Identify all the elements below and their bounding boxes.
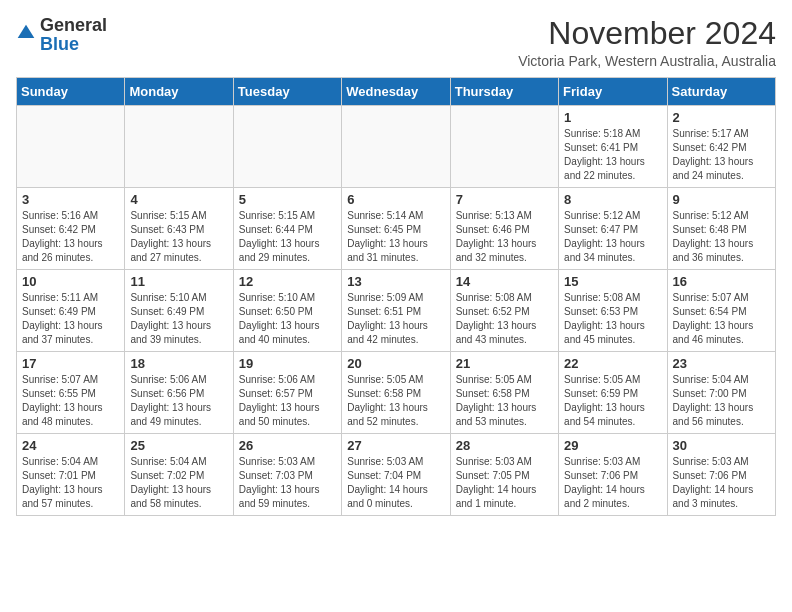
day-number: 28: [456, 438, 553, 453]
day-number: 19: [239, 356, 336, 371]
day-number: 20: [347, 356, 444, 371]
day-number: 16: [673, 274, 770, 289]
calendar-cell: 10Sunrise: 5:11 AM Sunset: 6:49 PM Dayli…: [17, 270, 125, 352]
day-number: 5: [239, 192, 336, 207]
calendar-cell: 12Sunrise: 5:10 AM Sunset: 6:50 PM Dayli…: [233, 270, 341, 352]
logo-general: General: [40, 15, 107, 35]
calendar-cell: 21Sunrise: 5:05 AM Sunset: 6:58 PM Dayli…: [450, 352, 558, 434]
day-info: Sunrise: 5:12 AM Sunset: 6:47 PM Dayligh…: [564, 209, 661, 265]
calendar-cell: 6Sunrise: 5:14 AM Sunset: 6:45 PM Daylig…: [342, 188, 450, 270]
day-number: 1: [564, 110, 661, 125]
day-number: 21: [456, 356, 553, 371]
calendar-cell: 16Sunrise: 5:07 AM Sunset: 6:54 PM Dayli…: [667, 270, 775, 352]
day-info: Sunrise: 5:03 AM Sunset: 7:03 PM Dayligh…: [239, 455, 336, 511]
logo-blue: Blue: [40, 34, 79, 54]
day-info: Sunrise: 5:14 AM Sunset: 6:45 PM Dayligh…: [347, 209, 444, 265]
day-info: Sunrise: 5:06 AM Sunset: 6:57 PM Dayligh…: [239, 373, 336, 429]
calendar-cell: [17, 106, 125, 188]
day-number: 11: [130, 274, 227, 289]
weekday-header-tuesday: Tuesday: [233, 78, 341, 106]
calendar-cell: [125, 106, 233, 188]
day-number: 24: [22, 438, 119, 453]
day-number: 9: [673, 192, 770, 207]
logo-icon: [16, 23, 36, 43]
weekday-header-wednesday: Wednesday: [342, 78, 450, 106]
day-number: 30: [673, 438, 770, 453]
weekday-header-row: SundayMondayTuesdayWednesdayThursdayFrid…: [17, 78, 776, 106]
weekday-header-thursday: Thursday: [450, 78, 558, 106]
calendar-week-3: 10Sunrise: 5:11 AM Sunset: 6:49 PM Dayli…: [17, 270, 776, 352]
day-info: Sunrise: 5:04 AM Sunset: 7:01 PM Dayligh…: [22, 455, 119, 511]
calendar-cell: 22Sunrise: 5:05 AM Sunset: 6:59 PM Dayli…: [559, 352, 667, 434]
day-info: Sunrise: 5:17 AM Sunset: 6:42 PM Dayligh…: [673, 127, 770, 183]
day-info: Sunrise: 5:06 AM Sunset: 6:56 PM Dayligh…: [130, 373, 227, 429]
day-number: 25: [130, 438, 227, 453]
day-info: Sunrise: 5:08 AM Sunset: 6:52 PM Dayligh…: [456, 291, 553, 347]
calendar-cell: 9Sunrise: 5:12 AM Sunset: 6:48 PM Daylig…: [667, 188, 775, 270]
day-info: Sunrise: 5:12 AM Sunset: 6:48 PM Dayligh…: [673, 209, 770, 265]
day-number: 8: [564, 192, 661, 207]
day-info: Sunrise: 5:05 AM Sunset: 6:58 PM Dayligh…: [347, 373, 444, 429]
day-number: 4: [130, 192, 227, 207]
title-area: November 2024 Victoria Park, Western Aus…: [518, 16, 776, 69]
day-number: 15: [564, 274, 661, 289]
day-number: 13: [347, 274, 444, 289]
day-number: 27: [347, 438, 444, 453]
calendar-cell: 24Sunrise: 5:04 AM Sunset: 7:01 PM Dayli…: [17, 434, 125, 516]
calendar-cell: 27Sunrise: 5:03 AM Sunset: 7:04 PM Dayli…: [342, 434, 450, 516]
day-info: Sunrise: 5:04 AM Sunset: 7:02 PM Dayligh…: [130, 455, 227, 511]
weekday-header-sunday: Sunday: [17, 78, 125, 106]
day-info: Sunrise: 5:13 AM Sunset: 6:46 PM Dayligh…: [456, 209, 553, 265]
day-info: Sunrise: 5:07 AM Sunset: 6:55 PM Dayligh…: [22, 373, 119, 429]
calendar-cell: 8Sunrise: 5:12 AM Sunset: 6:47 PM Daylig…: [559, 188, 667, 270]
day-number: 6: [347, 192, 444, 207]
day-number: 22: [564, 356, 661, 371]
calendar-cell: 3Sunrise: 5:16 AM Sunset: 6:42 PM Daylig…: [17, 188, 125, 270]
logo: General Blue: [16, 16, 107, 54]
calendar-week-5: 24Sunrise: 5:04 AM Sunset: 7:01 PM Dayli…: [17, 434, 776, 516]
day-number: 3: [22, 192, 119, 207]
day-number: 2: [673, 110, 770, 125]
day-info: Sunrise: 5:05 AM Sunset: 6:58 PM Dayligh…: [456, 373, 553, 429]
calendar-cell: 7Sunrise: 5:13 AM Sunset: 6:46 PM Daylig…: [450, 188, 558, 270]
calendar-cell: 4Sunrise: 5:15 AM Sunset: 6:43 PM Daylig…: [125, 188, 233, 270]
calendar-week-2: 3Sunrise: 5:16 AM Sunset: 6:42 PM Daylig…: [17, 188, 776, 270]
calendar-cell: 14Sunrise: 5:08 AM Sunset: 6:52 PM Dayli…: [450, 270, 558, 352]
month-title: November 2024: [518, 16, 776, 51]
day-info: Sunrise: 5:10 AM Sunset: 6:49 PM Dayligh…: [130, 291, 227, 347]
day-number: 12: [239, 274, 336, 289]
day-number: 18: [130, 356, 227, 371]
day-number: 17: [22, 356, 119, 371]
weekday-header-monday: Monday: [125, 78, 233, 106]
weekday-header-saturday: Saturday: [667, 78, 775, 106]
calendar-cell: 19Sunrise: 5:06 AM Sunset: 6:57 PM Dayli…: [233, 352, 341, 434]
calendar-cell: [342, 106, 450, 188]
day-info: Sunrise: 5:08 AM Sunset: 6:53 PM Dayligh…: [564, 291, 661, 347]
page-header: General Blue November 2024 Victoria Park…: [16, 16, 776, 69]
calendar-cell: 15Sunrise: 5:08 AM Sunset: 6:53 PM Dayli…: [559, 270, 667, 352]
calendar-cell: 23Sunrise: 5:04 AM Sunset: 7:00 PM Dayli…: [667, 352, 775, 434]
day-number: 7: [456, 192, 553, 207]
calendar-cell: 29Sunrise: 5:03 AM Sunset: 7:06 PM Dayli…: [559, 434, 667, 516]
calendar-cell: 20Sunrise: 5:05 AM Sunset: 6:58 PM Dayli…: [342, 352, 450, 434]
day-info: Sunrise: 5:15 AM Sunset: 6:44 PM Dayligh…: [239, 209, 336, 265]
calendar-cell: 26Sunrise: 5:03 AM Sunset: 7:03 PM Dayli…: [233, 434, 341, 516]
calendar-cell: 18Sunrise: 5:06 AM Sunset: 6:56 PM Dayli…: [125, 352, 233, 434]
day-info: Sunrise: 5:15 AM Sunset: 6:43 PM Dayligh…: [130, 209, 227, 265]
day-number: 23: [673, 356, 770, 371]
calendar-cell: 11Sunrise: 5:10 AM Sunset: 6:49 PM Dayli…: [125, 270, 233, 352]
calendar-table: SundayMondayTuesdayWednesdayThursdayFrid…: [16, 77, 776, 516]
location: Victoria Park, Western Australia, Austra…: [518, 53, 776, 69]
day-info: Sunrise: 5:03 AM Sunset: 7:05 PM Dayligh…: [456, 455, 553, 511]
day-info: Sunrise: 5:18 AM Sunset: 6:41 PM Dayligh…: [564, 127, 661, 183]
calendar-week-4: 17Sunrise: 5:07 AM Sunset: 6:55 PM Dayli…: [17, 352, 776, 434]
calendar-cell: 2Sunrise: 5:17 AM Sunset: 6:42 PM Daylig…: [667, 106, 775, 188]
day-info: Sunrise: 5:04 AM Sunset: 7:00 PM Dayligh…: [673, 373, 770, 429]
day-info: Sunrise: 5:03 AM Sunset: 7:06 PM Dayligh…: [673, 455, 770, 511]
day-number: 14: [456, 274, 553, 289]
day-info: Sunrise: 5:03 AM Sunset: 7:04 PM Dayligh…: [347, 455, 444, 511]
calendar-cell: [450, 106, 558, 188]
day-info: Sunrise: 5:09 AM Sunset: 6:51 PM Dayligh…: [347, 291, 444, 347]
day-info: Sunrise: 5:11 AM Sunset: 6:49 PM Dayligh…: [22, 291, 119, 347]
day-info: Sunrise: 5:10 AM Sunset: 6:50 PM Dayligh…: [239, 291, 336, 347]
